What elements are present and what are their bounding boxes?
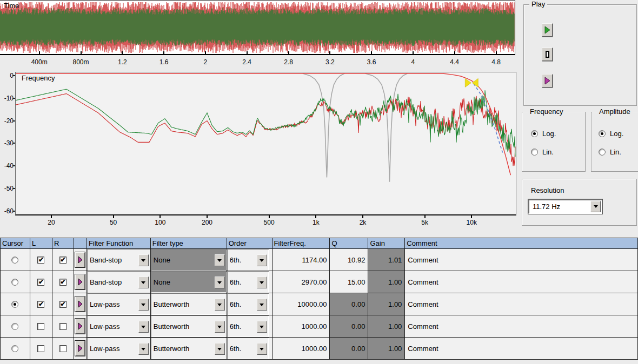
- dropdown-arrow-icon[interactable]: [257, 321, 267, 333]
- cell-q: 0.00: [330, 338, 368, 360]
- cursor-radio[interactable]: [11, 301, 18, 308]
- row-play-button[interactable]: [75, 274, 85, 289]
- dropdown-arrow-icon[interactable]: [215, 321, 225, 333]
- dropdown-arrow-icon[interactable]: [138, 254, 149, 266]
- order-select[interactable]: 6th.: [227, 271, 269, 293]
- cell-comment[interactable]: Comment: [405, 249, 638, 271]
- amplitude-log-option[interactable]: Log.: [599, 130, 623, 138]
- amplitude-lin-radio[interactable]: [599, 149, 606, 156]
- cell-r: [52, 315, 74, 338]
- frequency-lin-option[interactable]: Lin.: [531, 148, 554, 156]
- left-checkbox[interactable]: ✔: [37, 257, 44, 264]
- column-header-btn: [74, 238, 87, 249]
- dropdown-arrow-icon[interactable]: [138, 299, 149, 311]
- freq-value[interactable]: 1000.00: [273, 345, 330, 353]
- stop-button[interactable]: [542, 48, 553, 61]
- resolution-dropdown-arrow-icon[interactable]: [590, 201, 601, 212]
- play-filtered-button[interactable]: [542, 74, 553, 87]
- freq-value[interactable]: 10000.00: [273, 300, 330, 308]
- cell-comment[interactable]: Comment: [405, 338, 638, 360]
- left-checkbox[interactable]: ✔: [37, 279, 44, 286]
- right-checkbox[interactable]: ✔: [59, 301, 67, 308]
- row-play-button[interactable]: [75, 341, 85, 356]
- amplitude-lin-option[interactable]: Lin.: [599, 148, 621, 156]
- dropdown-arrow-icon[interactable]: [257, 343, 267, 355]
- cell-q[interactable]: 15.00: [330, 271, 368, 293]
- cell-freq[interactable]: 10000.00: [273, 293, 330, 315]
- dropdown-arrow-icon[interactable]: [257, 299, 267, 311]
- row-play-button[interactable]: [75, 319, 85, 334]
- comment-value: Comment: [405, 345, 438, 353]
- filter-type-select[interactable]: Butterworth: [151, 315, 227, 337]
- cell-btn: [74, 271, 87, 293]
- cursor-radio[interactable]: [11, 279, 18, 286]
- cell-freq[interactable]: 1000.00: [273, 338, 330, 360]
- right-checkbox[interactable]: ✔: [59, 279, 67, 286]
- q-value[interactable]: 15.00: [330, 278, 368, 286]
- freq-value[interactable]: 1174.00: [273, 256, 330, 264]
- cell-comment[interactable]: Comment: [405, 293, 638, 315]
- cell-l: ✔: [30, 271, 52, 293]
- dropdown-arrow-icon[interactable]: [138, 343, 149, 355]
- filter-function-select[interactable]: Low-pass: [87, 338, 150, 359]
- cell-l: [30, 315, 52, 338]
- cell-freq[interactable]: 1174.00: [273, 249, 330, 271]
- column-header-filter_type: Filter type: [151, 238, 227, 249]
- order-select[interactable]: 6th.: [227, 338, 269, 359]
- order-select[interactable]: 6th.: [227, 293, 269, 315]
- filter-function-select[interactable]: Band-stop: [87, 249, 150, 271]
- order-select[interactable]: 6th.: [227, 249, 269, 271]
- right-checkbox[interactable]: [59, 345, 67, 352]
- dropdown-arrow-icon[interactable]: [138, 321, 149, 333]
- cursor-radio[interactable]: [11, 345, 18, 352]
- cursor-radio[interactable]: [11, 257, 18, 264]
- dropdown-arrow-icon[interactable]: [257, 277, 267, 288]
- cell-freq[interactable]: 2970.00: [273, 271, 330, 293]
- filter-type-select[interactable]: Butterworth: [151, 338, 227, 359]
- cell-btn: [74, 338, 87, 360]
- frequency-log-radio[interactable]: [531, 130, 538, 137]
- amplitude-log-radio[interactable]: [599, 130, 606, 137]
- resolution-select[interactable]: 11.72 Hz: [528, 199, 602, 214]
- dropdown-arrow-icon[interactable]: [215, 343, 225, 355]
- frequency-log-option[interactable]: Log.: [531, 130, 556, 138]
- filter-function-select[interactable]: Low-pass: [87, 293, 150, 315]
- row-play-icon: [78, 322, 83, 330]
- left-checkbox[interactable]: [37, 323, 44, 330]
- filter-type-select[interactable]: Butterworth: [151, 293, 227, 315]
- freq-value[interactable]: 2970.00: [273, 278, 330, 286]
- cell-comment[interactable]: Comment: [405, 271, 638, 293]
- cell-filter_type: Butterworth: [151, 315, 227, 338]
- dropdown-arrow-icon[interactable]: [257, 254, 267, 266]
- left-checkbox[interactable]: [37, 345, 44, 352]
- left-checkbox[interactable]: ✔: [37, 301, 44, 308]
- row-play-button[interactable]: [75, 296, 85, 312]
- time-tick-label: 1.6: [151, 58, 177, 66]
- cutoff-marker[interactable]: [465, 78, 478, 87]
- time-tick: [288, 51, 289, 55]
- cell-comment[interactable]: Comment: [405, 315, 638, 338]
- play-button[interactable]: [542, 23, 553, 37]
- cell-freq[interactable]: 1000.00: [273, 315, 330, 338]
- green-channel-curve: [16, 89, 515, 157]
- cell-q[interactable]: 10.92: [330, 249, 368, 271]
- dropdown-arrow-icon[interactable]: [138, 277, 149, 288]
- order-select[interactable]: 6th.: [227, 315, 269, 337]
- row-play-button[interactable]: [75, 252, 85, 267]
- filter-function-select[interactable]: Band-stop: [87, 271, 150, 293]
- q-value[interactable]: 10.92: [330, 256, 368, 264]
- right-checkbox[interactable]: [59, 323, 67, 330]
- notch-curve: [303, 73, 344, 177]
- cursor-radio[interactable]: [11, 323, 18, 330]
- freq-value[interactable]: 1000.00: [273, 322, 330, 331]
- cell-gain: 1.00: [368, 271, 405, 293]
- frequency-group-title: Frequency: [528, 107, 565, 116]
- frequency-lin-radio[interactable]: [531, 149, 538, 156]
- resolution-value: 11.72 Hz: [529, 203, 590, 211]
- dropdown-arrow-icon[interactable]: [215, 299, 225, 311]
- filter-function-select[interactable]: Low-pass: [87, 315, 150, 337]
- cell-order: 6th.: [227, 271, 273, 293]
- dropdown-arrow-icon: [215, 254, 225, 266]
- time-tick: [371, 51, 372, 55]
- right-checkbox[interactable]: ✔: [59, 257, 67, 264]
